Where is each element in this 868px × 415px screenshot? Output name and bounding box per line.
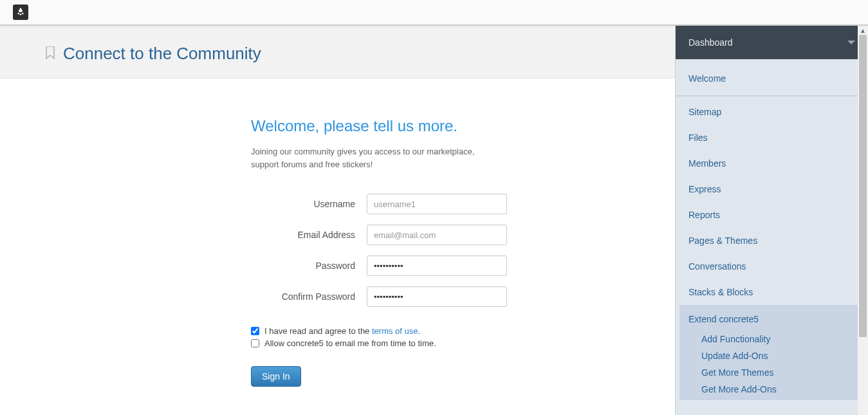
email-label: Email Address [251, 230, 367, 240]
terms-link[interactable]: terms of use [372, 326, 418, 336]
bookmark-icon [45, 46, 55, 61]
main-content: Connect to the Community Welcome, please… [0, 26, 675, 415]
sidebar-item-conversations[interactable]: Conversations [676, 254, 868, 279]
chevron-down-icon [847, 41, 855, 44]
sidebar-item-files[interactable]: Files [676, 125, 868, 151]
sidebar-header[interactable]: Dashboard [676, 26, 868, 59]
sidebar-nav: Sitemap Files Members Express Reports Pa… [676, 96, 868, 400]
sidebar-item-reports[interactable]: Reports [676, 202, 868, 228]
password-label: Password [251, 261, 367, 271]
dashboard-sidebar: Dashboard Welcome Sitemap Files Members … [675, 26, 868, 415]
topbar [0, 0, 868, 26]
username-label: Username [251, 199, 367, 209]
sidebar-item-members[interactable]: Members [676, 151, 868, 176]
agree-text: I have read and agree to the terms of us… [264, 326, 420, 336]
confirm-password-input[interactable] [367, 286, 507, 307]
concrete5-logo[interactable] [13, 5, 28, 20]
sidebar-extend-block: Extend concrete5 Add Functionality Updat… [679, 305, 865, 400]
sidebar-item-express[interactable]: Express [676, 176, 868, 202]
sidebar-welcome[interactable]: Welcome [688, 68, 855, 86]
sidebar-item-extend[interactable]: Extend concrete5 [679, 310, 865, 328]
sidebar-item-sitemap[interactable]: Sitemap [676, 99, 868, 125]
sidebar-sub-get-themes[interactable]: Get More Themes [701, 364, 865, 381]
sidebar-sub-get-addons[interactable]: Get More Add-Ons [701, 381, 865, 398]
form-subtitle: Joining our community gives you access t… [251, 145, 483, 171]
confirm-password-label: Confirm Password [251, 291, 367, 302]
sidebar-sub-update-addons[interactable]: Update Add-Ons [701, 347, 865, 364]
allow-email-checkbox[interactable] [251, 339, 259, 347]
scroll-up-icon: ▲ [858, 26, 868, 35]
agree-checkbox[interactable] [251, 327, 259, 335]
password-input[interactable] [367, 255, 507, 276]
page-header: Connect to the Community [0, 26, 675, 78]
email-input[interactable] [367, 225, 507, 245]
username-input[interactable] [367, 194, 507, 214]
allow-email-text: Allow concrete5 to email me from time to… [264, 338, 436, 348]
sign-in-button[interactable]: Sign In [251, 366, 301, 387]
page-title: Connect to the Community [63, 44, 261, 64]
scrollbar-thumb[interactable] [859, 35, 867, 337]
sidebar-sub-add-functionality[interactable]: Add Functionality [701, 331, 865, 347]
sidebar-item-stacks-blocks[interactable]: Stacks & Blocks [676, 279, 868, 305]
sidebar-scrollbar[interactable]: ▲ [858, 26, 868, 415]
sidebar-item-pages-themes[interactable]: Pages & Themes [676, 228, 868, 254]
sidebar-header-title: Dashboard [688, 37, 733, 48]
form-title: Welcome, please tell us more. [251, 117, 618, 135]
register-form: Welcome, please tell us more. Joining ou… [251, 117, 618, 387]
